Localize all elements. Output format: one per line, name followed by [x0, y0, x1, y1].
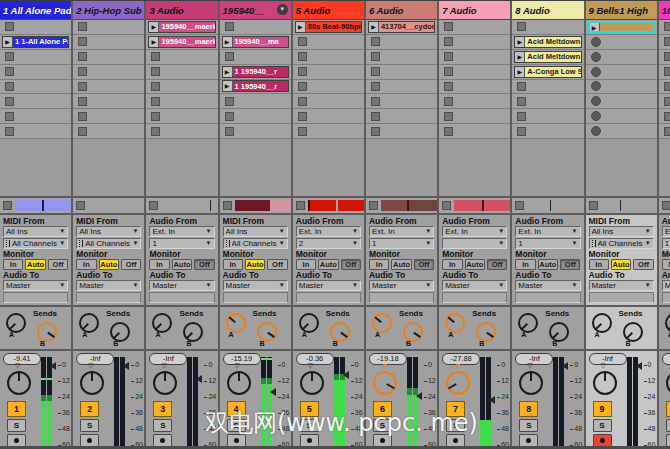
volume-display[interactable]: -0.36: [296, 353, 334, 365]
clip-slot[interactable]: [366, 65, 437, 80]
solo-button[interactable]: S: [7, 419, 26, 432]
clip-slot[interactable]: ▶1 195940__r: [220, 65, 291, 80]
clip-slot[interactable]: [512, 124, 583, 139]
overview-stop-icon[interactable]: [589, 201, 598, 210]
clip-slot[interactable]: ▶195940__maerki: [146, 35, 217, 50]
clip-slot[interactable]: [0, 50, 71, 65]
send-a-knob[interactable]: [372, 313, 392, 333]
volume-fader-handle[interactable]: [562, 362, 568, 370]
clip-slot[interactable]: [0, 65, 71, 80]
overview-stop-icon[interactable]: [662, 201, 670, 210]
track-activator-button[interactable]: 2: [80, 401, 99, 417]
pan-knob[interactable]: [7, 371, 31, 395]
clip-slot[interactable]: ▶Acid Meltdown -: [512, 50, 583, 65]
arm-button[interactable]: [666, 434, 670, 447]
clip-slot[interactable]: [366, 94, 437, 109]
clip-slot[interactable]: [220, 109, 291, 124]
pan-knob[interactable]: [666, 371, 670, 395]
send-a-knob[interactable]: [665, 313, 670, 333]
clip-slot[interactable]: [512, 80, 583, 95]
track-title[interactable]: 6 Audio: [366, 1, 437, 20]
clip-slot[interactable]: [73, 94, 144, 109]
volume-fader-handle[interactable]: [196, 375, 202, 383]
monitor-off-button[interactable]: Off: [633, 259, 653, 270]
clip[interactable]: ▶195940__ma: [222, 36, 289, 48]
clip[interactable]: ▶80s Beat-90bpm: [295, 21, 362, 33]
send-a-knob[interactable]: [152, 313, 172, 333]
input-channel-chooser[interactable]: 1▼: [662, 238, 670, 249]
clip-slot[interactable]: [586, 50, 657, 65]
volume-fader-handle[interactable]: [50, 362, 56, 370]
input-channel-chooser[interactable]: 2▼: [296, 238, 361, 249]
clip-slot[interactable]: [293, 109, 364, 124]
clip-slot[interactable]: [220, 94, 291, 109]
output-chooser[interactable]: Master▼: [149, 280, 214, 291]
clip-slot[interactable]: [366, 50, 437, 65]
clip-slot[interactable]: [146, 50, 217, 65]
solo-button[interactable]: S: [80, 419, 99, 432]
track-title[interactable]: 3 Audio: [146, 1, 217, 20]
track-menu-icon[interactable]: ▼: [277, 4, 288, 15]
clip-slot[interactable]: [220, 20, 291, 35]
monitor-off-button[interactable]: Off: [48, 259, 68, 270]
monitor-auto-button[interactable]: Auto: [318, 259, 338, 270]
monitor-auto-button[interactable]: Auto: [172, 259, 192, 270]
input-type-chooser[interactable]: Ext. In▼: [442, 226, 507, 237]
overview-stop-icon[interactable]: [369, 201, 378, 210]
monitor-auto-button[interactable]: Auto: [538, 259, 558, 270]
clip-slot[interactable]: [146, 94, 217, 109]
track-title[interactable]: 2 Hip-Hop Sub B: [73, 1, 144, 20]
clip-slot[interactable]: [0, 80, 71, 95]
track-activator-button[interactable]: 9: [593, 401, 612, 417]
overview-stop-icon[interactable]: [3, 201, 12, 210]
clip-slot[interactable]: [366, 124, 437, 139]
clip-slot[interactable]: [439, 65, 510, 80]
output-chooser[interactable]: Master▼: [442, 280, 507, 291]
monitor-off-button[interactable]: Off: [121, 259, 141, 270]
clip-play-icon[interactable]: ▶: [3, 37, 13, 47]
output-chooser[interactable]: Master▼: [369, 280, 434, 291]
pan-knob[interactable]: [373, 371, 397, 395]
clip-slot[interactable]: [439, 35, 510, 50]
solo-button[interactable]: S: [519, 419, 538, 432]
volume-fader-handle[interactable]: [636, 362, 642, 370]
send-b-knob[interactable]: [549, 322, 569, 342]
overview-stop-icon[interactable]: [296, 201, 305, 210]
monitor-auto-button[interactable]: Auto: [245, 259, 265, 270]
clip-play-icon[interactable]: ▶: [515, 37, 525, 47]
clip-slot[interactable]: ▶: [586, 20, 657, 35]
send-a-knob[interactable]: [445, 313, 465, 333]
arm-button[interactable]: [593, 434, 612, 447]
input-type-chooser[interactable]: All Ins▼: [3, 226, 68, 237]
clip-slot[interactable]: [659, 20, 670, 35]
clip-play-icon[interactable]: ▶: [223, 81, 233, 91]
track-activator-button[interactable]: 8: [519, 401, 538, 417]
input-type-chooser[interactable]: Ext. In▼: [515, 226, 580, 237]
track-title[interactable]: 10: [659, 1, 670, 20]
volume-fader-handle[interactable]: [123, 362, 129, 370]
send-b-knob[interactable]: [257, 322, 277, 342]
arm-button[interactable]: [80, 434, 99, 447]
clip-slot[interactable]: [512, 20, 583, 35]
clip-slot[interactable]: [659, 35, 670, 50]
volume-display[interactable]: -Inf: [76, 353, 114, 365]
volume-display[interactable]: [662, 353, 670, 365]
arm-button[interactable]: [153, 434, 172, 447]
input-type-chooser[interactable]: Ext. In▼: [369, 226, 434, 237]
track-title[interactable]: 8 Audio: [512, 1, 583, 20]
clip-slot[interactable]: [146, 124, 217, 139]
clip-slot[interactable]: [659, 65, 670, 80]
send-a-knob[interactable]: [299, 313, 319, 333]
input-channel-chooser[interactable]: All Channels▼: [76, 238, 141, 249]
clip-play-icon[interactable]: ▶: [223, 67, 233, 77]
input-channel-chooser[interactable]: 1▼: [149, 238, 214, 249]
clip[interactable]: ▶Acid Meltdown -: [514, 36, 581, 48]
clip-slot[interactable]: [439, 124, 510, 139]
input-type-chooser[interactable]: All Ins▼: [76, 226, 141, 237]
monitor-auto-button[interactable]: Auto: [465, 259, 485, 270]
clip-slot[interactable]: [73, 109, 144, 124]
monitor-in-button[interactable]: In: [296, 259, 316, 270]
clip-slot[interactable]: [293, 35, 364, 50]
track-activator-button[interactable]: 1: [7, 401, 26, 417]
output-chooser[interactable]: Master▼: [589, 280, 654, 291]
